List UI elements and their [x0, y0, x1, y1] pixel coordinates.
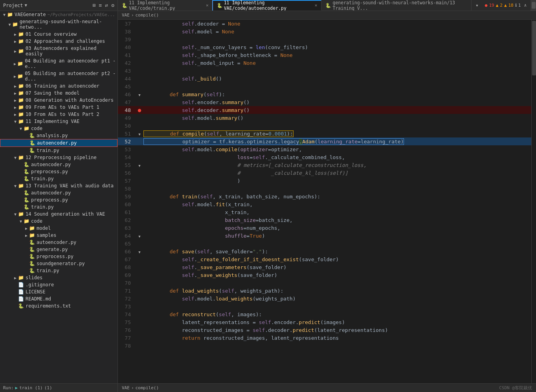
- sidebar-item-09[interactable]: ▶ 📁 09 From AEs to VAEs Part 1: [0, 104, 117, 111]
- line-row-39: 39: [118, 35, 536, 43]
- code-folder-icon: 📁: [24, 126, 29, 131]
- sidebar-item-autoencoder[interactable]: 🐍 autoencoder.py: [0, 139, 117, 147]
- sidebar-item-12-autoencoder[interactable]: 🐍 autoencoder.py: [0, 161, 117, 168]
- requirements-label: requirements.txt: [26, 303, 71, 309]
- line-num-63: 63: [118, 225, 136, 231]
- sidebar-item-14-soundgenerator[interactable]: 🐍 soundgenerator.py: [0, 260, 117, 267]
- sidebar-item-13-train[interactable]: 🐍 train.py: [0, 203, 117, 211]
- tree-root[interactable]: ▼ 📁 VAEGenerate ~/PycharmProjects/VAEGe.…: [0, 11, 117, 18]
- sidebar-item-analysis[interactable]: 🐍 analysis.py: [0, 132, 117, 139]
- line-row-68: 68 self._save_parameters(save_folder): [118, 263, 536, 271]
- sidebar-item-11-code[interactable]: ▼ 📁 code: [0, 125, 117, 132]
- line-code-63: epochs=num_epochs,: [143, 225, 280, 231]
- line-code-43: [143, 68, 148, 74]
- sidebar-item-04[interactable]: ▶ 📁 04 Building an autoencoder pt1 - e..…: [0, 57, 117, 70]
- 12-arrow-icon: ▼: [13, 156, 18, 160]
- py-file-icon2: 🐍: [217, 3, 222, 8]
- line-row-57: 57 ): [118, 177, 536, 185]
- gutter-48: ●: [136, 107, 143, 113]
- list-icon[interactable]: ≡: [99, 2, 102, 8]
- sidebar-item-12[interactable]: ▼ 📁 12 Preprocessing pipeline: [0, 154, 117, 161]
- tab-train-label: 11 Implementing VAE/code/train.py: [129, 0, 203, 11]
- 10-label: 10 From AEs to VAEs Part 2: [26, 112, 99, 117]
- fold-arrow-66[interactable]: ▼: [138, 250, 140, 254]
- sidebar-item-train11[interactable]: 🐍 train.py: [0, 147, 117, 154]
- tab-training-vae[interactable]: 🐍 generating-sound-with-neural-networks-…: [321, 0, 471, 11]
- gutter-51: ▼: [136, 131, 143, 137]
- scrollbar-thumb: [532, 21, 536, 75]
- sidebar-item-07[interactable]: ▶ 📁 07 Saving the model: [0, 90, 117, 97]
- sidebar-item-14-code[interactable]: ▼ 📁 code: [0, 218, 117, 225]
- line-num-38: 38: [118, 29, 136, 35]
- sidebar-item-14-model[interactable]: ▶ 📁 model: [0, 225, 117, 232]
- 03-folder-icon: 📁: [18, 48, 24, 54]
- settings-icon[interactable]: ⚙: [111, 2, 114, 8]
- line-code-46: def summary(self):: [143, 92, 225, 97]
- 12-label: 12 Preprocessing pipeline: [26, 155, 97, 160]
- tab-train-py[interactable]: 🐍 11 Implementing VAE/code/train.py ✕: [118, 0, 213, 11]
- sidebar-item-gitignore[interactable]: 📄 .gitignore: [0, 281, 117, 288]
- layout-icon[interactable]: ⊞: [93, 2, 96, 8]
- expand-icon[interactable]: ⇄: [105, 2, 108, 8]
- expand-notifications-icon[interactable]: ∧: [524, 3, 527, 8]
- sidebar-item-01[interactable]: ▶ 📁 01 Course overview: [0, 31, 117, 38]
- sidebar-item-slides[interactable]: ▶ 📁 slides: [0, 274, 117, 281]
- sidebar-item-13-preprocess[interactable]: 🐍 preprocess.py: [0, 196, 117, 203]
- bottom-compile: compile(): [136, 385, 159, 390]
- sidebar-item-12-train[interactable]: 🐍 train.py: [0, 175, 117, 182]
- sidebar-item-08[interactable]: ▶ 📁 08 Generation with AutoEncoders: [0, 97, 117, 104]
- close-tab-icon[interactable]: ✕: [206, 3, 209, 8]
- 11-folder-icon: 📁: [18, 119, 24, 124]
- breakpoint-dot[interactable]: ●: [138, 107, 141, 113]
- line-row-67: 67 self._create_folder_if_it_doesnt_exis…: [118, 255, 536, 263]
- code-content[interactable]: 37 self.decoder = None 38 self.model = N…: [118, 20, 536, 383]
- sidebar-item-14-autoencoder[interactable]: 🐍 autoencoder.py: [0, 239, 117, 246]
- line-num-44: 44: [118, 76, 136, 82]
- sidebar-item-06[interactable]: ▶ 📁 06 Training an autoencoder: [0, 82, 117, 90]
- sidebar-item-05[interactable]: ▶ 📁 05 Building an autoencoder pt2 - d..…: [0, 70, 117, 82]
- line-num-58: 58: [118, 186, 136, 192]
- line-row-51: 51 ▼ def compile(self, learning_rate=0.0…: [118, 130, 536, 137]
- sidebar-item-requirements[interactable]: 🐍 requirements.txt: [0, 302, 117, 310]
- fold-arrow-55[interactable]: ▼: [138, 164, 140, 168]
- line-row-43: 43: [118, 67, 536, 75]
- sidebar-item-03[interactable]: ▶ 📁 03 Autoencoders explained easily: [0, 45, 117, 57]
- sidebar-item-generating[interactable]: ▼ 📁 generating-sound-with-neural-netwo..…: [0, 18, 117, 31]
- tab-overflow-icon[interactable]: ▾: [473, 0, 481, 11]
- 05-folder-icon: 📁: [17, 73, 23, 79]
- tab-autoencoder-py[interactable]: 🐍 11 Implementing VAE/code/autoencoder.p…: [213, 0, 322, 11]
- line-row-44: 44 self._build(): [118, 75, 536, 82]
- sidebar-item-02[interactable]: ▶ 📁 02 Approaches and challenges: [0, 38, 117, 45]
- info-icon: ℹ: [515, 3, 517, 8]
- dropdown-arrow-icon[interactable]: ▼: [25, 3, 28, 8]
- line-num-53: 53: [118, 147, 136, 152]
- fold-arrow-46[interactable]: ▼: [138, 93, 140, 97]
- line-num-72: 72: [118, 296, 136, 302]
- fold-arrow-64[interactable]: ▼: [138, 234, 140, 238]
- line-row-73: 73: [118, 302, 536, 310]
- sidebar-item-license[interactable]: 📄 LICENSE: [0, 288, 117, 295]
- 07-folder-icon: 📁: [18, 90, 24, 96]
- 01-label: 01 Course overview: [26, 31, 77, 37]
- sidebar-item-12-preprocess[interactable]: 🐍 preprocess.py: [0, 168, 117, 175]
- sidebar-item-14-generate[interactable]: 🐍 generate.py: [0, 246, 117, 253]
- line-code-61: x_train,: [143, 209, 250, 215]
- sidebar-item-11[interactable]: ▼ 📁 11 Implementing VAE: [0, 118, 117, 125]
- line-code-66: def save(self, save_folder="."):: [143, 249, 268, 255]
- warn-count1: 2: [500, 3, 503, 8]
- sidebar-item-10[interactable]: ▶ 📁 10 From AEs to VAEs Part 2: [0, 111, 117, 118]
- line-code-52: optimizer = tf.keras.optimizers.legacy.A…: [143, 138, 404, 145]
- right-scrollbar[interactable]: [531, 20, 536, 383]
- sidebar-item-14-preprocess[interactable]: 🐍 preprocess.py: [0, 253, 117, 260]
- sidebar-item-14-train[interactable]: 🐍 train.py: [0, 267, 117, 274]
- sidebar-item-readme[interactable]: 📄 README.md: [0, 295, 117, 302]
- sidebar-item-13[interactable]: ▼ 📁 13 Training VAE with audio data: [0, 182, 117, 189]
- sidebar-item-14-samples[interactable]: ▶ 📁 samples: [0, 232, 117, 239]
- sidebar-item-14[interactable]: ▼ 📁 14 Sound generation with VAE: [0, 211, 117, 218]
- close-tab2-icon[interactable]: ✕: [315, 3, 318, 8]
- sidebar-item-13-autoencoder[interactable]: 🐍 autoencoder.py: [0, 189, 117, 196]
- line-code-74: def reconstruct(self, images):: [143, 311, 262, 317]
- line-num-73: 73: [118, 304, 136, 310]
- py-icon: 🐍: [24, 162, 29, 167]
- fold-arrow-51[interactable]: ▼: [138, 132, 140, 136]
